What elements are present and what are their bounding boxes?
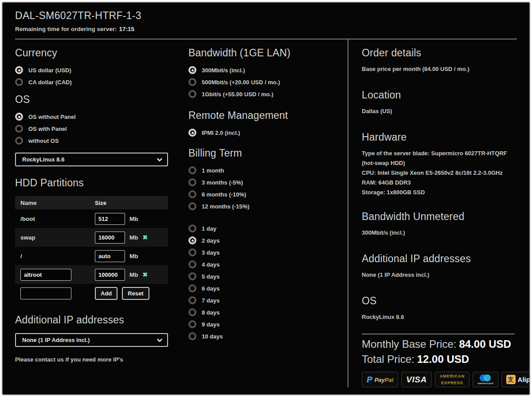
partition-size-input[interactable]	[95, 232, 125, 244]
order-config-panel: DAL-SM6027TR-HTRF-1-3 Remaining time for…	[2, 2, 530, 395]
radio-selected-icon[interactable]	[188, 66, 196, 74]
radio-unselected-icon[interactable]	[188, 296, 196, 304]
radio-unselected-icon[interactable]	[188, 190, 196, 198]
amex-badge: AMERICAN EXPRESS	[435, 372, 470, 387]
amex-icon-line2: EXPRESS	[441, 381, 463, 385]
radio-unselected-icon[interactable]	[188, 248, 196, 256]
radio-unselected-icon[interactable]	[188, 178, 196, 186]
currency-option[interactable]: US dollar (USD)	[15, 66, 172, 74]
new-partition-name-input[interactable]	[20, 287, 71, 299]
billing-term-option-label: 2 days	[202, 237, 219, 244]
billing-term-option-label: 4 days	[202, 261, 219, 268]
os-heading: OS	[15, 94, 172, 106]
partition-row: Mb✖	[15, 265, 168, 284]
chevron-down-icon	[156, 157, 163, 163]
billing-term-heading: Billing Term	[188, 147, 348, 159]
partition-size-input[interactable]	[95, 269, 125, 281]
radio-unselected-icon[interactable]	[188, 260, 196, 268]
partition-size-input[interactable]	[95, 250, 125, 262]
radio-unselected-icon[interactable]	[188, 320, 196, 328]
radio-unselected-icon[interactable]	[188, 308, 196, 316]
billing-day-radio-group: 1 day2 days3 days4 days5 days6 days7 day…	[188, 224, 348, 340]
additional-ip-select[interactable]: None (1 IP Address incl.)	[15, 333, 168, 347]
os-option[interactable]: OS without Panel	[15, 113, 172, 121]
alipay-label: Alipay	[518, 376, 530, 383]
currency-option[interactable]: CA dollar (CAD)	[15, 78, 172, 86]
billing-term-option-label: 12 months (-15%)	[202, 203, 250, 210]
mastercard-label: mastercard	[477, 382, 493, 385]
partition-size-unit: Mb	[129, 216, 138, 222]
billing-term-option-label: 10 days	[202, 333, 223, 340]
billing-term-option[interactable]: 1 month	[188, 166, 348, 174]
amex-icon-line1: AMERICAN	[440, 374, 465, 378]
radio-selected-icon[interactable]	[188, 129, 196, 137]
billing-month-radio-group: 1 month3 months (-5%)6 months (-10%)12 m…	[188, 166, 348, 210]
partition-name-label: /boot	[20, 216, 95, 222]
billing-term-option-label: 1 day	[202, 225, 216, 232]
os-option-label: OS without Panel	[28, 114, 76, 120]
partition-size-unit: Mb	[129, 271, 138, 278]
os-select-value: RockyLinux 8.6	[22, 156, 156, 163]
radio-unselected-icon[interactable]	[15, 78, 23, 86]
partition-row: /Mb	[15, 247, 168, 265]
radio-unselected-icon[interactable]	[188, 272, 196, 280]
radio-selected-icon[interactable]	[15, 66, 23, 74]
paypal-label: Pay	[375, 377, 385, 383]
billing-term-option[interactable]: 4 days	[188, 260, 348, 268]
billing-term-option[interactable]: 6 months (-10%)	[188, 190, 348, 198]
billing-term-option[interactable]: 8 days	[188, 308, 348, 316]
radio-unselected-icon[interactable]	[188, 284, 196, 292]
billing-term-option[interactable]: 9 days	[188, 320, 348, 328]
billing-term-option[interactable]: 12 months (-15%)	[188, 202, 348, 210]
os-select[interactable]: RockyLinux 8.6	[15, 153, 168, 166]
bandwidth-option[interactable]: 1Gbit/s (+55.00 USD / mo.)	[188, 90, 348, 98]
bandwidth-option[interactable]: 500Mbit/s (+20.00 USD / mo.)	[188, 78, 348, 86]
billing-term-option[interactable]: 2 days	[188, 236, 348, 244]
remaining-time-label: Remaining time for ordering server:	[15, 26, 117, 32]
billing-term-option[interactable]: 5 days	[188, 272, 348, 280]
partition-name-label: swap	[20, 234, 95, 241]
radio-unselected-icon[interactable]	[188, 78, 196, 86]
billing-term-option[interactable]: 6 days	[188, 284, 348, 292]
delete-partition-icon[interactable]: ✖	[143, 234, 148, 241]
os-option[interactable]: OS with Panel	[15, 125, 172, 133]
radio-unselected-icon[interactable]	[15, 125, 23, 133]
radio-selected-icon[interactable]	[188, 236, 196, 244]
billing-term-option[interactable]: 1 day	[188, 224, 348, 232]
summary-os-heading: OS	[362, 295, 517, 307]
billing-term-option[interactable]: 7 days	[188, 296, 348, 304]
add-partition-button[interactable]: Add	[95, 287, 117, 300]
header: DAL-SM6027TR-HTRF-1-3 Remaining time for…	[3, 3, 529, 39]
paypal-badge: PPayPal	[362, 372, 398, 387]
billing-term-option[interactable]: 10 days	[188, 332, 348, 340]
radio-unselected-icon[interactable]	[188, 166, 196, 174]
partition-name-input[interactable]	[20, 269, 71, 281]
radio-unselected-icon[interactable]	[188, 332, 196, 340]
remote-management-option[interactable]: IPMI 2.0 (incl.)	[188, 129, 348, 137]
bandwidth-option-label: 500Mbit/s (+20.00 USD / mo.)	[202, 79, 280, 86]
radio-unselected-icon[interactable]	[188, 90, 196, 98]
radio-selected-icon[interactable]	[15, 113, 23, 121]
partitions-header-row: Name Size	[15, 196, 168, 209]
additional-ip-heading: Additional IP addresses	[15, 314, 172, 326]
paypal-label-2: Pal	[385, 377, 394, 383]
radio-unselected-icon[interactable]	[15, 137, 23, 145]
billing-term-option[interactable]: 3 months (-5%)	[188, 178, 348, 186]
partition-new-row: Add Reset	[15, 284, 168, 303]
bandwidth-option[interactable]: 300Mbit/s (incl.)	[188, 66, 348, 74]
summary-ip-heading: Additional IP addresses	[362, 253, 517, 265]
os-option[interactable]: without OS	[15, 137, 172, 145]
partitions-col-size: Size	[95, 200, 106, 206]
currency-radio-group: US dollar (USD)CA dollar (CAD)	[15, 66, 172, 86]
reset-partitions-button[interactable]: Reset	[122, 287, 149, 300]
billing-term-option-label: 5 days	[202, 273, 219, 280]
partitions-rows: /bootMbswapMb✖/MbMb✖	[15, 209, 168, 284]
bandwidth-unmetered-heading: Bandwidth Unmetered	[362, 211, 517, 223]
remaining-time-value: 17:15	[119, 26, 135, 32]
delete-partition-icon[interactable]: ✖	[143, 271, 148, 278]
radio-unselected-icon[interactable]	[188, 202, 196, 210]
radio-unselected-icon[interactable]	[188, 224, 196, 232]
billing-term-option-label: 3 days	[202, 249, 219, 256]
partition-size-input[interactable]	[95, 213, 125, 225]
billing-term-option[interactable]: 3 days	[188, 248, 348, 256]
